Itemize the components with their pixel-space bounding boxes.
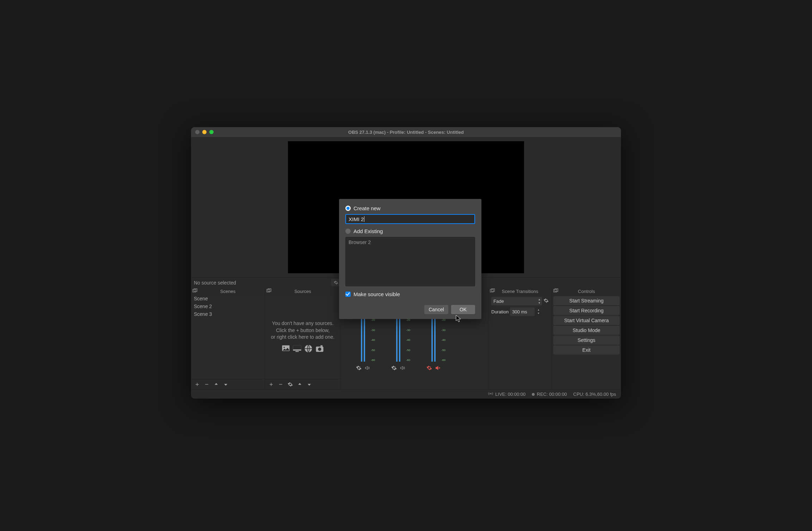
text-caret [364, 216, 364, 222]
status-bar: LIVE: 00:00:00 REC: 00:00:00 CPU: 6.3%,6… [191, 389, 621, 399]
close-window-button[interactable] [195, 130, 199, 134]
radio-checked-icon[interactable] [345, 206, 351, 211]
start-streaming-button[interactable]: Start Streaming [553, 296, 620, 305]
create-new-label: Create new [353, 205, 381, 211]
scene-item[interactable]: Scene [191, 295, 265, 302]
gear-icon [334, 280, 338, 285]
status-rec: REC: 00:00:00 [532, 392, 567, 397]
create-new-radio-row[interactable]: Create new [345, 205, 475, 211]
gear-icon[interactable] [356, 365, 362, 372]
sources-title: Sources [294, 289, 311, 294]
image-icon [281, 344, 291, 354]
transitions-body: Fade ▴▾ Duration 300 ms ▴▾ [488, 295, 552, 389]
dock-icon[interactable] [490, 288, 495, 294]
transitions-panel: Scene Transitions Fade ▴▾ Duration 300 m… [488, 288, 552, 389]
make-visible-row[interactable]: Make source visible [345, 291, 475, 297]
dialog-buttons: Cancel OK [345, 305, 475, 314]
live-text: LIVE: 00:00:00 [495, 392, 525, 397]
dock-icon[interactable] [266, 288, 271, 294]
controls-header: Controls [552, 288, 621, 295]
add-scene-button[interactable] [195, 382, 200, 387]
svg-rect-9 [293, 345, 301, 350]
remove-source-button[interactable] [278, 382, 283, 387]
record-dot-icon [532, 393, 535, 396]
camera-icon [315, 344, 325, 354]
checkbox-checked-icon[interactable] [345, 292, 351, 297]
create-source-dialog: Create new XIMI 2 Add Existing Browser 2… [339, 199, 481, 319]
duration-input[interactable]: 300 ms [510, 307, 535, 316]
radio-unchecked-icon[interactable] [345, 229, 351, 234]
display-icon [292, 344, 302, 354]
window-title: OBS 27.1.3 (mac) - Profile: Untitled - S… [191, 130, 621, 135]
no-source-label: No source selected [194, 280, 236, 286]
svg-point-13 [318, 348, 321, 351]
svg-point-7 [284, 347, 285, 348]
gear-icon[interactable] [426, 365, 432, 372]
scenes-title: Scenes [220, 289, 235, 294]
transitions-header: Scene Transitions [488, 288, 552, 295]
source-settings-button[interactable] [288, 382, 293, 387]
settings-button[interactable]: Settings [553, 336, 620, 345]
transitions-title: Scene Transitions [502, 289, 538, 294]
transition-settings-button[interactable] [543, 298, 549, 304]
minimize-window-button[interactable] [202, 130, 207, 134]
scenes-footer [191, 379, 265, 389]
sources-empty[interactable]: You don't have any sources. Click the + … [265, 295, 340, 379]
scene-item[interactable]: Scene 2 [191, 302, 265, 310]
source-name-value: XIMI 2 [349, 216, 364, 222]
dock-icon[interactable] [553, 288, 558, 294]
studio-mode-button[interactable]: Studio Mode [553, 326, 620, 335]
add-source-button[interactable] [269, 382, 274, 387]
existing-source-item[interactable]: Browser 2 [349, 239, 472, 245]
maximize-window-button[interactable] [209, 130, 214, 134]
speaker-icon[interactable] [364, 365, 370, 372]
duration-value: 300 ms [512, 309, 527, 314]
scene-item[interactable]: Scene 3 [191, 310, 265, 318]
remove-scene-button[interactable] [204, 382, 209, 387]
start-recording-button[interactable]: Start Recording [553, 306, 620, 315]
source-type-icons [281, 344, 325, 354]
scenes-panel: Scenes Scene Scene 2 Scene 3 [191, 288, 265, 389]
transition-selected: Fade [493, 299, 504, 304]
add-existing-radio-row[interactable]: Add Existing [345, 228, 475, 234]
sources-empty-line: Click the + button below, [276, 327, 330, 334]
status-cpu: CPU: 6.3%,60.00 fps [573, 392, 616, 397]
source-name-input[interactable]: XIMI 2 [345, 214, 475, 224]
gear-icon[interactable] [391, 365, 397, 372]
cursor-icon [455, 314, 462, 324]
move-down-button[interactable] [307, 382, 312, 387]
controls-panel: Controls Start Streaming Start Recording… [552, 288, 621, 389]
svg-rect-10 [295, 351, 299, 352]
start-virtual-camera-button[interactable]: Start Virtual Camera [553, 316, 620, 325]
duration-stepper[interactable]: ▴▾ [536, 308, 541, 315]
scenes-list[interactable]: Scene Scene 2 Scene 3 [191, 295, 265, 379]
make-visible-label: Make source visible [353, 291, 400, 297]
transition-select[interactable]: Fade ▴▾ [491, 297, 542, 305]
exit-button[interactable]: Exit [553, 345, 620, 355]
sources-header: Sources [265, 288, 340, 295]
globe-icon [303, 344, 313, 354]
move-up-button[interactable] [214, 382, 219, 387]
sources-empty-line: You don't have any sources. [272, 320, 334, 327]
controls-title: Controls [578, 289, 595, 294]
rec-text: REC: 00:00:00 [537, 392, 567, 397]
existing-sources-list[interactable]: Browser 2 [345, 237, 475, 286]
sources-empty-line: or right click here to add one. [271, 334, 335, 341]
sources-footer [265, 379, 340, 389]
duration-label: Duration [491, 309, 509, 314]
speaker-muted-icon[interactable] [435, 365, 441, 372]
status-live: LIVE: 00:00:00 [488, 391, 525, 397]
ok-button[interactable]: OK [451, 305, 475, 314]
move-down-button[interactable] [223, 382, 228, 387]
titlebar: OBS 27.1.3 (mac) - Profile: Untitled - S… [191, 127, 621, 137]
traffic-lights [195, 130, 214, 134]
dock-icon[interactable] [192, 288, 197, 294]
move-up-button[interactable] [297, 382, 302, 387]
speaker-icon[interactable] [400, 365, 405, 372]
cancel-button[interactable]: Cancel [424, 305, 448, 314]
sources-panel: Sources You don't have any sources. Clic… [265, 288, 341, 389]
svg-rect-14 [320, 345, 322, 347]
scenes-header: Scenes [191, 288, 265, 295]
add-existing-label: Add Existing [353, 228, 383, 234]
broadcast-icon [488, 391, 493, 397]
